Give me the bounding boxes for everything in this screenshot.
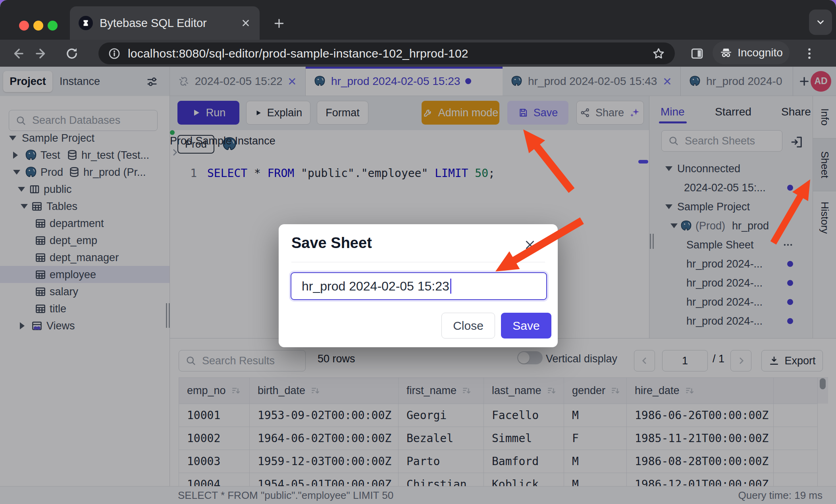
incognito-badge: Incognito [713,41,790,64]
forward-icon[interactable] [34,46,48,61]
site-info-icon[interactable] [108,47,121,60]
back-icon[interactable] [11,46,25,61]
new-tab-icon[interactable] [272,17,286,30]
browser-tab-title: Bytebase SQL Editor [100,17,234,30]
save-sheet-modal: Save Sheet hr_prod 2024-02-05 15:23 Clos… [279,224,558,347]
side-panel-icon[interactable] [690,46,704,61]
bytebase-favicon-icon [79,16,93,30]
browser-menu-icon[interactable] [802,46,817,61]
sheet-name-input[interactable]: hr_prod 2024-02-05 15:23 [291,272,547,300]
tab-search-button[interactable] [809,10,832,35]
url-text: localhost:8080/sql-editor/prod-sample-in… [128,47,645,60]
reload-icon[interactable] [64,46,79,61]
modal-close-icon[interactable] [524,239,536,251]
incognito-label: Incognito [738,46,783,59]
browser-navbar: localhost:8080/sql-editor/prod-sample-in… [0,40,836,67]
close-window-button[interactable] [19,21,29,31]
minimize-window-button[interactable] [33,21,43,31]
sheet-name-value: hr_prod 2024-02-05 15:23 [302,279,449,294]
close-tab-icon[interactable] [241,18,251,28]
maximize-window-button[interactable] [48,21,58,31]
browser-titlebar: Bytebase SQL Editor [0,0,836,40]
app-page: Project Instance Search Databases Sample… [0,67,836,504]
text-caret [450,279,451,294]
browser-window: Bytebase SQL Editor localhost:8080/sql-e… [0,0,836,504]
modal-save-button[interactable]: Save [501,313,551,339]
browser-tab[interactable]: Bytebase SQL Editor [70,6,260,40]
incognito-icon [719,46,733,60]
bookmark-star-icon[interactable] [652,47,665,60]
modal-close-button[interactable]: Close [441,313,495,339]
modal-title: Save Sheet [291,235,372,252]
url-bar[interactable]: localhost:8080/sql-editor/prod-sample-in… [98,42,675,64]
